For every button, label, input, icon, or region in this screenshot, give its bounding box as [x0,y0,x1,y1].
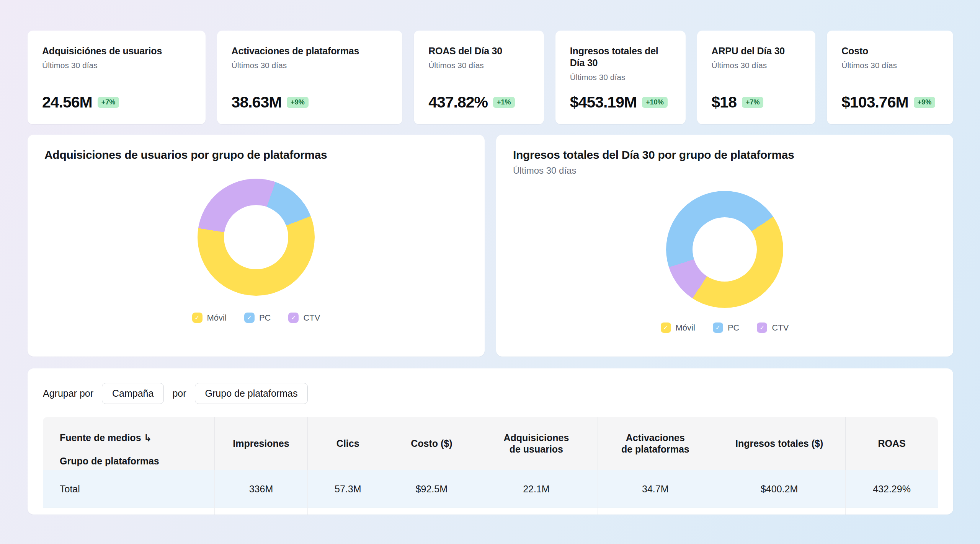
column-header-roas: ROAS [846,417,938,470]
cell-ingresos: $400.2M [713,470,846,508]
kpi-card-roas: ROAS del Día 30 Últimos 30 días 437.82% … [414,31,544,124]
cell-ingresos: $60.9M [713,508,846,515]
column-header-line1: Fuente de medios ↳ [60,432,152,443]
table-row-campaign[interactable]: Campaña web de Meta 50.7M 8.4M $25.4M 3.… [43,508,938,515]
chart-card-ingresos: Ingresos totales del Día 30 por grupo de… [496,135,953,357]
dashboard-page: Adquisiciónes de usuarios Últimos 30 día… [0,0,980,515]
column-header-costo: Costo ($) [388,417,475,470]
kpi-row: Adquisiciónes de usuarios Últimos 30 día… [28,31,953,124]
kpi-subtitle: Últimos 30 días [232,61,388,70]
kpi-title: Costo [841,45,939,57]
cell-activaciones: 34.7M [598,470,714,508]
column-header-line2: Grupo de plataformas [60,456,159,466]
kpi-delta-badge: +9% [914,97,936,108]
kpi-value: 437.82% [428,93,488,111]
legend-label: PC [728,323,740,333]
column-header-activaciones: Activaciones de plataformas [598,417,714,470]
cell-roas: 432.29% [846,470,938,508]
legend-item-pc[interactable]: ✓ PC [244,313,271,323]
cell-adquisiciones: 22.1M [475,470,598,508]
cell-activaciones: 5.02M [598,508,714,515]
checkbox-checked-icon[interactable]: ✓ [192,313,203,323]
kpi-title: ROAS del Día 30 [428,45,529,57]
column-header-impresiones: Impresiones [215,417,308,470]
row-label: Total [43,470,215,508]
cell-costo: $25.4M [388,508,475,515]
kpi-delta-badge: +7% [98,97,119,108]
donut-chart-ingresos[interactable] [666,191,783,308]
legend-item-ctv[interactable]: ✓ CTV [288,313,320,323]
kpi-card-adquisiciones: Adquisiciónes de usuarios Últimos 30 día… [28,31,206,124]
kpi-title: Ingresos totales del Día 30 [570,45,671,69]
legend-label: PC [259,313,271,323]
kpi-delta-badge: +1% [493,97,515,108]
chart-subtitle: Últimos 30 días [513,165,936,176]
column-header-ingresos: Ingresos totales ($) [713,417,846,470]
table-row-total: Total 336M 57.3M $92.5M 22.1M 34.7M $400… [43,470,938,508]
kpi-subtitle: Últimos 30 días [428,61,529,70]
kpi-value: $103.76M [841,93,908,111]
legend-label: CTV [303,313,320,323]
kpi-card-activaciones: Activaciones de plataformas Últimos 30 d… [217,31,403,124]
metrics-table: Fuente de medios ↳ Grupo de plataformas … [43,417,938,515]
legend-label: CTV [772,323,789,333]
checkbox-checked-icon[interactable]: ✓ [757,322,767,333]
cell-costo: $92.5M [388,470,475,508]
kpi-subtitle: Últimos 30 días [712,61,801,70]
chart-title: Ingresos totales del Día 30 por grupo de… [513,148,936,161]
charts-row: Adquisiciones de usuarios por grupo de p… [28,135,953,357]
kpi-value: $453.19M [570,93,637,111]
group-by-label: Agrupar por [43,388,93,399]
legend-item-movil[interactable]: ✓ Móvil [661,322,695,333]
legend-item-ctv[interactable]: ✓ CTV [757,322,789,333]
kpi-card-costo: Costo Últimos 30 días $103.76M +9% [827,31,953,124]
group-by-connector-label: por [172,388,186,399]
chart-title: Adquisiciones de usuarios por grupo de p… [44,148,468,161]
kpi-title: Adquisiciónes de usuarios [42,45,191,57]
donut-chart-adquisiciones[interactable] [198,179,315,296]
column-header-adquisiciones: Adquisiciones de usuarios [475,417,598,470]
cell-clics: 8.4M [308,508,388,515]
kpi-subtitle: Últimos 30 días [570,73,671,82]
legend-item-movil[interactable]: ✓ Móvil [192,313,227,323]
kpi-card-ingresos: Ingresos totales del Día 30 Últimos 30 d… [555,31,686,124]
kpi-subtitle: Últimos 30 días [42,61,191,70]
legend-label: Móvil [207,313,227,323]
kpi-value: 38.63M [232,93,282,111]
group-by-second-select[interactable]: Grupo de plataformas [195,383,308,404]
kpi-card-arpu: ARPU del Día 30 Últimos 30 días $18 +7% [697,31,816,124]
chart-card-adquisiciones: Adquisiciones de usuarios por grupo de p… [28,135,485,357]
chart-legend: ✓ Móvil ✓ PC ✓ CTV [44,313,468,323]
kpi-delta-badge: +9% [287,97,309,108]
cell-adquisiciones: 3.2M [475,508,598,515]
kpi-delta-badge: +10% [642,97,668,108]
group-by-first-select[interactable]: Campaña [102,383,164,404]
campaign-table-card: Agrupar por Campaña por Grupo de platafo… [28,368,953,515]
donut-chart-area [44,161,468,313]
table-header-row: Fuente de medios ↳ Grupo de plataformas … [43,417,938,470]
kpi-delta-badge: +7% [742,97,764,108]
kpi-title: ARPU del Día 30 [712,45,801,57]
group-by-controls: Agrupar por Campaña por Grupo de platafo… [43,383,938,404]
column-header-fuente: Fuente de medios ↳ Grupo de plataformas [43,417,215,470]
checkbox-checked-icon[interactable]: ✓ [661,322,671,333]
kpi-value: $18 [712,93,737,111]
chart-legend: ✓ Móvil ✓ PC ✓ CTV [513,322,936,333]
checkbox-checked-icon[interactable]: ✓ [288,313,299,323]
cell-clics: 57.3M [308,470,388,508]
legend-item-pc[interactable]: ✓ PC [713,322,740,333]
cell-impresiones: 336M [215,470,308,508]
checkbox-checked-icon[interactable]: ✓ [244,313,255,323]
kpi-subtitle: Últimos 30 días [841,61,939,70]
kpi-value: 24.56M [42,93,92,111]
checkbox-checked-icon[interactable]: ✓ [713,322,723,333]
cell-impresiones: 50.7M [215,508,308,515]
legend-label: Móvil [676,323,695,333]
donut-chart-area [513,176,936,322]
column-header-clics: Clics [308,417,388,470]
kpi-title: Activaciones de plataformas [232,45,388,57]
cell-roas: 239.2% [846,508,938,515]
